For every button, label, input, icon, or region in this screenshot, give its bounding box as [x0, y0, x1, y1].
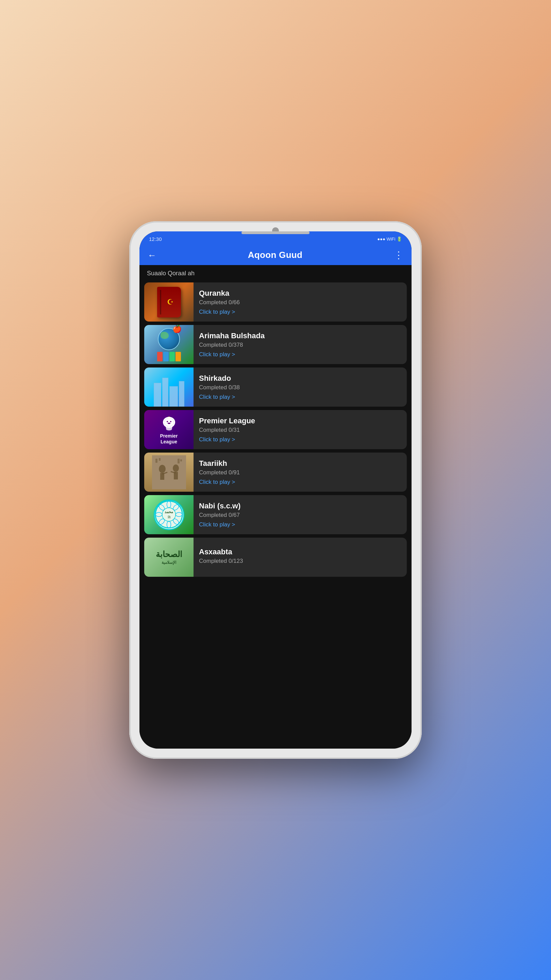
quiz-item-arimaha[interactable]: 🍎 Arimaha Bulshada Completed 0/378 Click: [144, 325, 407, 364]
premier-league-text: PremierLeague: [160, 433, 178, 445]
quiz-info-asxaabta: Asxaabta Completed 0/123: [194, 538, 407, 577]
quiz-completed-asxaabta: Completed 0/123: [199, 558, 401, 565]
globe-icon: 🍎: [158, 328, 180, 350]
svg-point-6: [168, 423, 170, 424]
premier-lion-icon: [160, 415, 178, 432]
quiz-info-taariikh: Taariikh Completed 0/91 Click to play >: [194, 453, 407, 492]
quiz-completed-premier: Completed 0/31: [199, 427, 401, 434]
thumbnail-arimaha: 🍎: [144, 325, 194, 364]
quiz-completed-nabi: Completed 0/67: [199, 512, 401, 519]
svg-rect-17: [180, 460, 182, 461]
quiz-play-arimaha[interactable]: Click to play >: [199, 351, 401, 358]
quiz-title-premier: Premier League: [199, 417, 401, 425]
phone-notch-bar: [241, 231, 310, 234]
quiz-list: ☪ Quranka Completed 0/66 Click to play >: [140, 280, 411, 749]
thumbnail-shirkado: [144, 368, 194, 407]
quiz-item-asxaabta[interactable]: الصحابة الإسلامية Asxaabta Completed 0/1…: [144, 538, 407, 577]
quiz-completed-shirkado: Completed 0/38: [199, 384, 401, 391]
nabi-calligraphy-icon: محمد ﷺ: [154, 500, 184, 530]
relief-icon: [152, 455, 186, 489]
thumbnail-nabi: محمد ﷺ: [144, 495, 194, 534]
islamic-pattern-svg: محمد ﷺ: [155, 500, 183, 529]
svg-point-8: [159, 465, 166, 473]
books-stack: [157, 352, 181, 361]
quiz-title-quran: Quranka: [199, 289, 401, 298]
quiz-title-shirkado: Shirkado: [199, 374, 401, 383]
svg-rect-14: [156, 459, 157, 463]
quiz-item-nabi[interactable]: محمد ﷺ Nabi (s.c.w) Completed 0/67 Click…: [144, 495, 407, 534]
quiz-play-premier[interactable]: Click to play >: [199, 436, 401, 443]
svg-text:محمد: محمد: [165, 510, 173, 514]
quiz-info-nabi: Nabi (s.c.w) Completed 0/67 Click to pla…: [194, 495, 407, 534]
quiz-completed-quran: Completed 0/66: [199, 299, 401, 306]
menu-button[interactable]: ⋮: [394, 250, 403, 260]
section-label: Suaalo Qoraal ah: [140, 265, 411, 280]
svg-rect-15: [159, 458, 160, 461]
quiz-title-asxaabta: Asxaabta: [199, 547, 401, 556]
quiz-play-nabi[interactable]: Click to play >: [199, 521, 401, 528]
quiz-title-taariikh: Taariikh: [199, 459, 401, 468]
svg-point-11: [173, 465, 179, 472]
status-icons: ●●● WiFi 🔋: [377, 237, 402, 242]
buildings-icon: [154, 376, 184, 407]
egyptian-icon: [144, 453, 194, 492]
quiz-item-taariikh[interactable]: Taariikh Completed 0/91 Click to play >: [144, 453, 407, 492]
apple-icon: 🍎: [172, 325, 182, 334]
svg-point-4: [167, 421, 168, 422]
phone-shell: 12:30 ●●● WiFi 🔋 ← Aqoon Guud ⋮ Suaalo Q…: [129, 221, 422, 759]
quiz-item-quran[interactable]: ☪ Quranka Completed 0/66 Click to play >: [144, 282, 407, 321]
quiz-play-quran[interactable]: Click to play >: [199, 309, 401, 315]
back-button[interactable]: ←: [148, 251, 156, 259]
svg-point-5: [170, 421, 171, 422]
quiz-item-premier[interactable]: PremierLeague Premier League Completed 0…: [144, 410, 407, 449]
quiz-completed-arimaha: Completed 0/378: [199, 342, 401, 348]
header-title: Aqoon Guud: [248, 250, 302, 260]
quran-book-icon: ☪: [157, 287, 181, 318]
quiz-play-shirkado[interactable]: Click to play >: [199, 394, 401, 401]
thumbnail-asxaabta: الصحابة الإسلامية: [144, 538, 194, 577]
quiz-info-premier: Premier League Completed 0/31 Click to p…: [194, 410, 407, 449]
thumbnail-quran: ☪: [144, 282, 194, 321]
quiz-item-shirkado[interactable]: Shirkado Completed 0/38 Click to play >: [144, 368, 407, 407]
quiz-title-nabi: Nabi (s.c.w): [199, 501, 401, 511]
quiz-info-quran: Quranka Completed 0/66 Click to play >: [194, 282, 407, 321]
thumbnail-taariikh: [144, 453, 194, 492]
asxaabta-arabic-text: الصحابة الإسلامية: [144, 538, 194, 577]
status-time: 12:30: [149, 236, 162, 242]
svg-rect-16: [178, 459, 179, 463]
phone-screen: 12:30 ●●● WiFi 🔋 ← Aqoon Guud ⋮ Suaalo Q…: [140, 231, 411, 749]
app-header: ← Aqoon Guud ⋮: [140, 245, 411, 265]
quiz-title-arimaha: Arimaha Bulshada: [199, 331, 401, 340]
quiz-info-arimaha: Arimaha Bulshada Completed 0/378 Click t…: [194, 325, 407, 364]
quiz-info-shirkado: Shirkado Completed 0/38 Click to play >: [194, 368, 407, 407]
svg-text:ﷺ: ﷺ: [167, 515, 170, 519]
quiz-completed-taariikh: Completed 0/91: [199, 469, 401, 476]
quiz-play-taariikh[interactable]: Click to play >: [199, 479, 401, 485]
premier-league-logo: PremierLeague: [144, 410, 194, 449]
svg-point-2: [164, 418, 174, 426]
thumbnail-premier: PremierLeague: [144, 410, 194, 449]
